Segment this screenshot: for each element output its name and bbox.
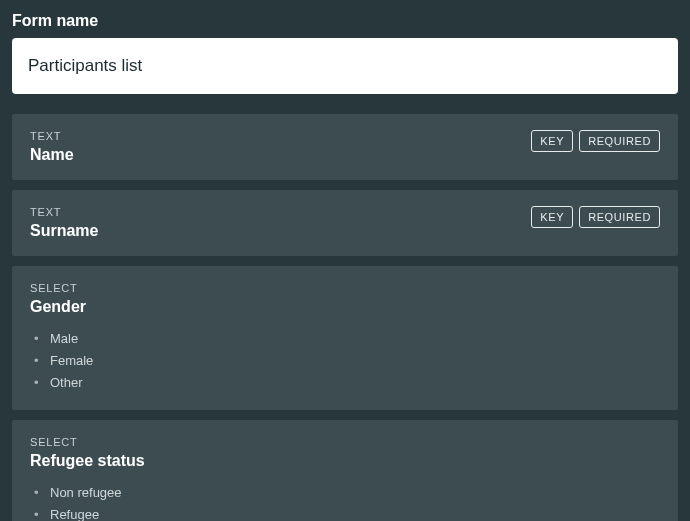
field-card[interactable]: SELECTRefugee statusNon refugeeRefugee [12,420,678,521]
key-badge: KEY [531,206,573,228]
field-option: Female [34,350,660,372]
field-option: Male [34,328,660,350]
field-type-label: SELECT [30,282,86,294]
field-options: Non refugeeRefugee [30,482,660,521]
field-type-label: TEXT [30,130,74,142]
field-card[interactable]: SELECTGenderMaleFemaleOther [12,266,678,410]
required-badge: REQUIRED [579,206,660,228]
field-title: Name [30,146,74,164]
form-name-input[interactable] [12,38,678,94]
field-card[interactable]: TEXTSurnameKEYREQUIRED [12,190,678,256]
key-badge: KEY [531,130,573,152]
field-card[interactable]: TEXTNameKEYREQUIRED [12,114,678,180]
fields-list: TEXTNameKEYREQUIREDTEXTSurnameKEYREQUIRE… [12,114,678,521]
field-title: Refugee status [30,452,145,470]
required-badge: REQUIRED [579,130,660,152]
form-name-label: Form name [12,12,678,30]
field-title: Gender [30,298,86,316]
field-type-label: SELECT [30,436,145,448]
field-option: Non refugee [34,482,660,504]
field-option: Refugee [34,504,660,521]
field-title: Surname [30,222,98,240]
field-option: Other [34,372,660,394]
field-options: MaleFemaleOther [30,328,660,394]
field-type-label: TEXT [30,206,98,218]
